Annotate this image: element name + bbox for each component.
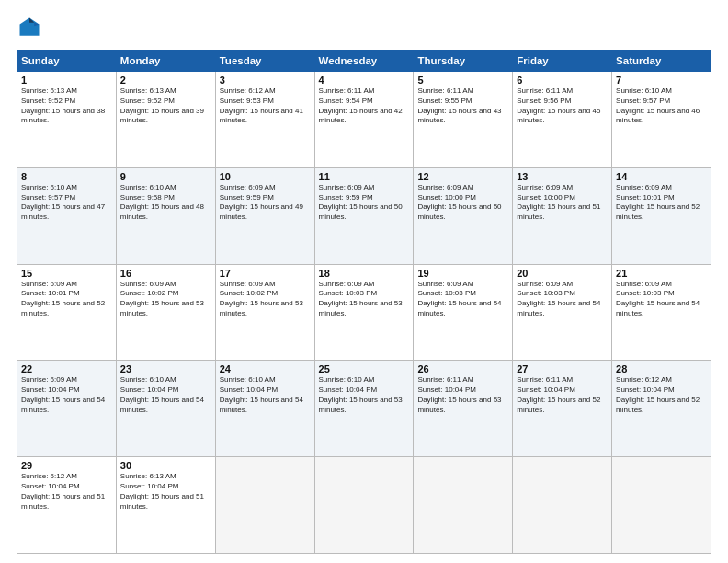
calendar-cell: [314, 457, 414, 554]
day-info: Sunrise: 6:12 AMSunset: 9:53 PMDaylight:…: [220, 86, 311, 126]
day-info: Sunrise: 6:09 AMSunset: 10:02 PMDaylight…: [120, 280, 211, 319]
day-info: Sunrise: 6:12 AMSunset: 10:04 PMDaylight…: [616, 375, 707, 415]
day-info: Sunrise: 6:09 AMSunset: 10:03 PMDaylight…: [319, 280, 410, 319]
day-number: 11: [319, 171, 410, 182]
week-row-5: 29Sunrise: 6:12 AMSunset: 10:04 PMDaylig…: [17, 457, 711, 554]
day-info: Sunrise: 6:09 AMSunset: 9:59 PMDaylight:…: [319, 183, 410, 223]
day-number: 17: [220, 268, 311, 279]
day-info: Sunrise: 6:11 AMSunset: 9:56 PMDaylight:…: [517, 86, 608, 126]
calendar-cell: 7Sunrise: 6:10 AMSunset: 9:57 PMDaylight…: [612, 72, 711, 168]
day-number: 23: [120, 363, 211, 374]
calendar-cell: 15Sunrise: 6:09 AMSunset: 10:01 PMDaylig…: [17, 264, 117, 361]
calendar-cell: 20Sunrise: 6:09 AMSunset: 10:03 PMDaylig…: [513, 264, 612, 361]
weekday-header-tuesday: Tuesday: [215, 51, 314, 72]
day-info: Sunrise: 6:09 AMSunset: 10:01 PMDaylight…: [616, 183, 707, 223]
calendar-cell: 24Sunrise: 6:10 AMSunset: 10:04 PMDaylig…: [215, 361, 314, 457]
day-info: Sunrise: 6:10 AMSunset: 10:04 PMDaylight…: [220, 375, 311, 415]
day-number: 9: [120, 171, 211, 182]
weekday-header-thursday: Thursday: [414, 51, 513, 72]
calendar-cell: 23Sunrise: 6:10 AMSunset: 10:04 PMDaylig…: [116, 361, 215, 457]
day-number: 28: [616, 363, 707, 374]
calendar-cell: 25Sunrise: 6:10 AMSunset: 10:04 PMDaylig…: [314, 361, 414, 457]
calendar-cell: [513, 457, 612, 554]
weekday-header-sunday: Sunday: [17, 51, 117, 72]
calendar-cell: 18Sunrise: 6:09 AMSunset: 10:03 PMDaylig…: [314, 264, 414, 361]
day-info: Sunrise: 6:11 AMSunset: 9:55 PMDaylight:…: [417, 86, 508, 126]
calendar-cell: 14Sunrise: 6:09 AMSunset: 10:01 PMDaylig…: [612, 167, 711, 264]
day-number: 25: [319, 363, 410, 374]
day-number: 8: [21, 171, 112, 182]
header: [17, 15, 711, 40]
calendar-cell: 12Sunrise: 6:09 AMSunset: 10:00 PMDaylig…: [414, 167, 513, 264]
calendar-cell: 26Sunrise: 6:11 AMSunset: 10:04 PMDaylig…: [414, 361, 513, 457]
calendar-cell: [612, 457, 711, 554]
day-number: 21: [616, 268, 707, 279]
calendar-cell: 4Sunrise: 6:11 AMSunset: 9:54 PMDaylight…: [314, 72, 414, 168]
day-number: 4: [319, 75, 410, 86]
day-info: Sunrise: 6:13 AMSunset: 10:04 PMDaylight…: [120, 472, 211, 511]
day-number: 5: [417, 75, 508, 86]
day-number: 29: [21, 460, 112, 471]
calendar-cell: 16Sunrise: 6:09 AMSunset: 10:02 PMDaylig…: [116, 264, 215, 361]
calendar-cell: 6Sunrise: 6:11 AMSunset: 9:56 PMDaylight…: [513, 72, 612, 168]
day-number: 20: [517, 268, 608, 279]
calendar-cell: 3Sunrise: 6:12 AMSunset: 9:53 PMDaylight…: [215, 72, 314, 168]
day-number: 1: [21, 75, 112, 86]
weekday-header-saturday: Saturday: [612, 51, 711, 72]
calendar: SundayMondayTuesdayWednesdayThursdayFrid…: [17, 50, 711, 554]
day-number: 3: [220, 75, 311, 86]
day-info: Sunrise: 6:13 AMSunset: 9:52 PMDaylight:…: [120, 86, 211, 126]
week-row-4: 22Sunrise: 6:09 AMSunset: 10:04 PMDaylig…: [17, 361, 711, 457]
day-number: 24: [220, 363, 311, 374]
calendar-cell: 27Sunrise: 6:11 AMSunset: 10:04 PMDaylig…: [513, 361, 612, 457]
logo-icon: [17, 15, 42, 40]
day-info: Sunrise: 6:13 AMSunset: 9:52 PMDaylight:…: [21, 86, 112, 126]
day-number: 6: [517, 75, 608, 86]
calendar-cell: 10Sunrise: 6:09 AMSunset: 9:59 PMDayligh…: [215, 167, 314, 264]
calendar-cell: 28Sunrise: 6:12 AMSunset: 10:04 PMDaylig…: [612, 361, 711, 457]
week-row-1: 1Sunrise: 6:13 AMSunset: 9:52 PMDaylight…: [17, 72, 711, 168]
calendar-cell: 30Sunrise: 6:13 AMSunset: 10:04 PMDaylig…: [116, 457, 215, 554]
day-number: 14: [616, 171, 707, 182]
day-info: Sunrise: 6:09 AMSunset: 10:01 PMDaylight…: [21, 280, 112, 319]
calendar-cell: 5Sunrise: 6:11 AMSunset: 9:55 PMDaylight…: [414, 72, 513, 168]
day-info: Sunrise: 6:11 AMSunset: 9:54 PMDaylight:…: [319, 86, 410, 126]
calendar-cell: 8Sunrise: 6:10 AMSunset: 9:57 PMDaylight…: [17, 167, 117, 264]
day-info: Sunrise: 6:10 AMSunset: 10:04 PMDaylight…: [319, 375, 410, 415]
day-number: 19: [417, 268, 508, 279]
week-row-2: 8Sunrise: 6:10 AMSunset: 9:57 PMDaylight…: [17, 167, 711, 264]
day-info: Sunrise: 6:10 AMSunset: 9:58 PMDaylight:…: [120, 183, 211, 223]
day-number: 22: [21, 363, 112, 374]
weekday-header-row: SundayMondayTuesdayWednesdayThursdayFrid…: [17, 51, 711, 72]
day-number: 12: [417, 171, 508, 182]
calendar-cell: 21Sunrise: 6:09 AMSunset: 10:03 PMDaylig…: [612, 264, 711, 361]
day-info: Sunrise: 6:10 AMSunset: 9:57 PMDaylight:…: [616, 86, 707, 126]
week-row-3: 15Sunrise: 6:09 AMSunset: 10:01 PMDaylig…: [17, 264, 711, 361]
calendar-cell: 29Sunrise: 6:12 AMSunset: 10:04 PMDaylig…: [17, 457, 117, 554]
calendar-cell: 13Sunrise: 6:09 AMSunset: 10:00 PMDaylig…: [513, 167, 612, 264]
day-number: 10: [220, 171, 311, 182]
day-number: 18: [319, 268, 410, 279]
calendar-cell: 11Sunrise: 6:09 AMSunset: 9:59 PMDayligh…: [314, 167, 414, 264]
calendar-cell: 22Sunrise: 6:09 AMSunset: 10:04 PMDaylig…: [17, 361, 117, 457]
day-info: Sunrise: 6:11 AMSunset: 10:04 PMDaylight…: [517, 375, 608, 415]
calendar-cell: 17Sunrise: 6:09 AMSunset: 10:02 PMDaylig…: [215, 264, 314, 361]
day-info: Sunrise: 6:09 AMSunset: 10:04 PMDaylight…: [21, 375, 112, 415]
calendar-cell: 9Sunrise: 6:10 AMSunset: 9:58 PMDaylight…: [116, 167, 215, 264]
day-info: Sunrise: 6:10 AMSunset: 10:04 PMDaylight…: [120, 375, 211, 415]
day-number: 26: [417, 363, 508, 374]
day-info: Sunrise: 6:11 AMSunset: 10:04 PMDaylight…: [417, 375, 508, 415]
day-number: 15: [21, 268, 112, 279]
day-info: Sunrise: 6:09 AMSunset: 10:00 PMDaylight…: [517, 183, 608, 223]
day-info: Sunrise: 6:09 AMSunset: 10:02 PMDaylight…: [220, 280, 311, 319]
day-number: 30: [120, 460, 211, 471]
calendar-cell: 2Sunrise: 6:13 AMSunset: 9:52 PMDaylight…: [116, 72, 215, 168]
day-number: 2: [120, 75, 211, 86]
day-number: 27: [517, 363, 608, 374]
logo: [17, 15, 46, 40]
calendar-cell: [215, 457, 314, 554]
day-info: Sunrise: 6:09 AMSunset: 10:03 PMDaylight…: [517, 280, 608, 319]
weekday-header-monday: Monday: [116, 51, 215, 72]
calendar-cell: [414, 457, 513, 554]
day-number: 16: [120, 268, 211, 279]
